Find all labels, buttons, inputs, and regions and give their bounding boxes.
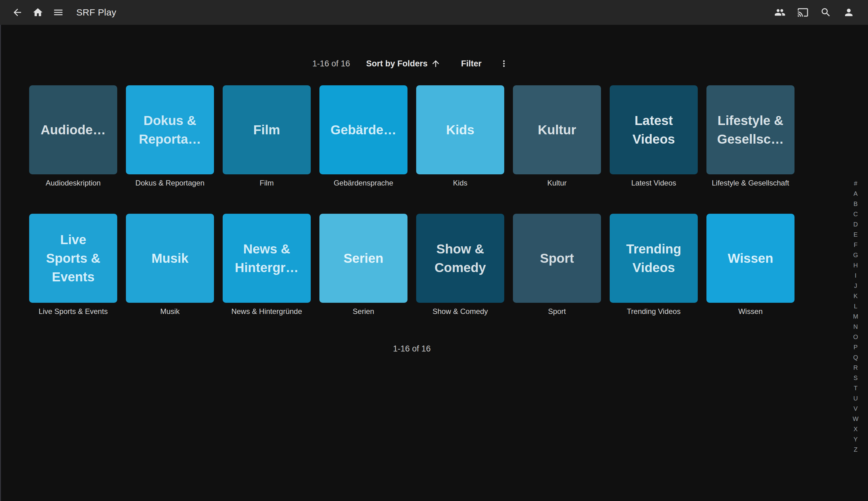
- folder-tile: Musik: [126, 214, 214, 303]
- cast-button[interactable]: [795, 4, 811, 21]
- folder-card[interactable]: Gebärde… Gebärdensprache: [319, 85, 408, 188]
- alphabet-letter[interactable]: E: [850, 230, 861, 240]
- alphabet-letter[interactable]: O: [850, 332, 861, 342]
- menu-button[interactable]: [50, 4, 66, 21]
- folder-tile-text: Serien: [344, 249, 383, 268]
- user-button[interactable]: [841, 4, 857, 21]
- folder-card[interactable]: Lifestyle &Gesellsc… Lifestyle & Gesells…: [706, 85, 794, 188]
- folder-tile: Audiode…: [29, 85, 117, 174]
- folder-label: Serien: [319, 307, 408, 317]
- folder-card[interactable]: News &Hintergr… News & Hintergründe: [223, 214, 311, 317]
- item-count-top: 1-16 of 16: [312, 59, 350, 68]
- alphabet-letter[interactable]: R: [850, 363, 861, 373]
- folder-label: Gebärdensprache: [319, 179, 408, 188]
- folder-label: Show & Comedy: [416, 307, 504, 317]
- folder-tile-text: LatestVideos: [633, 111, 675, 149]
- search-icon: [820, 7, 832, 18]
- alphabet-letter[interactable]: T: [850, 383, 861, 393]
- folder-tile: Gebärde…: [319, 85, 408, 174]
- folder-tile: Kids: [416, 85, 504, 174]
- home-icon: [32, 7, 43, 18]
- folder-card[interactable]: Kids Kids: [416, 85, 504, 188]
- alphabet-letter[interactable]: U: [850, 393, 861, 404]
- folder-tile-text: Audiode…: [41, 121, 106, 139]
- folder-card[interactable]: Kultur Kultur: [513, 85, 601, 188]
- alphabet-letter[interactable]: Z: [850, 445, 861, 455]
- alphabet-letter[interactable]: B: [850, 199, 861, 209]
- folder-tile-text: Wissen: [728, 249, 773, 268]
- alphabet-letter[interactable]: K: [850, 291, 861, 301]
- folder-tile-text: LiveSports &Events: [46, 231, 100, 286]
- folder-tile-text: Lifestyle &Gesellsc…: [717, 111, 784, 149]
- folder-tile-text: Film: [253, 121, 280, 139]
- folder-card[interactable]: LiveSports &Events Live Sports & Events: [29, 214, 117, 317]
- folder-tile: Show &Comedy: [416, 214, 504, 303]
- filter-button[interactable]: Filter: [461, 59, 481, 68]
- folder-tile: Serien: [319, 214, 408, 303]
- page-title: SRF Play: [76, 7, 116, 18]
- alphabet-letter[interactable]: L: [850, 301, 861, 311]
- more-options-button[interactable]: [497, 56, 511, 71]
- alphabet-letter[interactable]: H: [850, 260, 861, 270]
- folder-card[interactable]: Musik Musik: [126, 214, 214, 317]
- folder-tile-text: Show &Comedy: [434, 240, 486, 277]
- arrow-up-icon: [428, 58, 441, 68]
- folder-label: Dokus & Reportagen: [126, 179, 214, 188]
- folder-tile-text: Gebärde…: [330, 121, 396, 139]
- folder-card[interactable]: Film Film: [223, 85, 311, 188]
- alphabet-letter[interactable]: V: [850, 404, 861, 414]
- filter-button-label: Filter: [461, 59, 481, 68]
- person-icon: [843, 7, 854, 18]
- folder-tile-text: TrendingVideos: [626, 240, 681, 277]
- folder-tile: LatestVideos: [610, 85, 698, 174]
- folder-card[interactable]: TrendingVideos Trending Videos: [610, 214, 698, 317]
- alphabet-letter[interactable]: G: [850, 250, 861, 260]
- library-page: 1-16 of 16 Sort by Folders Filter Audiod…: [29, 56, 794, 354]
- search-button[interactable]: [818, 4, 834, 21]
- home-button[interactable]: [30, 4, 46, 21]
- hamburger-menu-icon: [53, 7, 64, 18]
- folder-tile: LiveSports &Events: [29, 214, 117, 303]
- folder-label: Musik: [126, 307, 214, 317]
- folder-card[interactable]: Show &Comedy Show & Comedy: [416, 214, 504, 317]
- alphabet-letter[interactable]: #: [850, 178, 861, 189]
- alphabet-letter[interactable]: M: [850, 311, 861, 322]
- folder-label: Kids: [416, 179, 504, 188]
- back-button[interactable]: [9, 4, 25, 21]
- alphabet-letter[interactable]: C: [850, 209, 861, 219]
- alphabet-letter[interactable]: N: [850, 322, 861, 332]
- alphabet-letter[interactable]: D: [850, 219, 861, 230]
- alphabet-letter[interactable]: F: [850, 240, 861, 250]
- folder-card[interactable]: Audiode… Audiodeskription: [29, 85, 117, 188]
- sort-button[interactable]: Sort by Folders: [366, 58, 441, 68]
- syncplay-button[interactable]: [772, 4, 788, 21]
- alphabet-letter[interactable]: J: [850, 281, 861, 291]
- folder-label: News & Hintergründe: [223, 307, 311, 317]
- folder-tile-text: Kultur: [538, 121, 576, 139]
- alphabet-letter[interactable]: X: [850, 424, 861, 434]
- folder-card[interactable]: Sport Sport: [513, 214, 601, 317]
- folder-card[interactable]: Dokus &Reporta… Dokus & Reportagen: [126, 85, 214, 188]
- folder-label: Sport: [513, 307, 601, 317]
- alphabet-letter[interactable]: Y: [850, 434, 861, 445]
- alphabet-letter[interactable]: A: [850, 189, 861, 199]
- cast-icon: [797, 7, 809, 18]
- folder-card[interactable]: LatestVideos Latest Videos: [610, 85, 698, 188]
- alphabet-letter[interactable]: S: [850, 373, 861, 383]
- folder-label: Live Sports & Events: [29, 307, 117, 317]
- alphabet-letter[interactable]: W: [850, 414, 861, 424]
- alphabet-letter[interactable]: Q: [850, 352, 861, 363]
- item-count-bottom: 1-16 of 16: [29, 344, 794, 354]
- top-bar: SRF Play: [0, 0, 868, 25]
- folder-tile: Film: [223, 85, 311, 174]
- arrow-back-icon: [12, 7, 23, 18]
- toolbar: 1-16 of 16 Sort by Folders Filter: [29, 56, 794, 71]
- folder-card[interactable]: Wissen Wissen: [706, 214, 794, 317]
- alphabet-letter[interactable]: I: [850, 270, 861, 281]
- folder-tile-text: Dokus &Reporta…: [139, 111, 201, 149]
- folder-tile: TrendingVideos: [610, 214, 698, 303]
- folder-label: Film: [223, 179, 311, 188]
- alphabet-letter[interactable]: P: [850, 342, 861, 352]
- group-people-icon: [774, 7, 785, 18]
- folder-card[interactable]: Serien Serien: [319, 214, 408, 317]
